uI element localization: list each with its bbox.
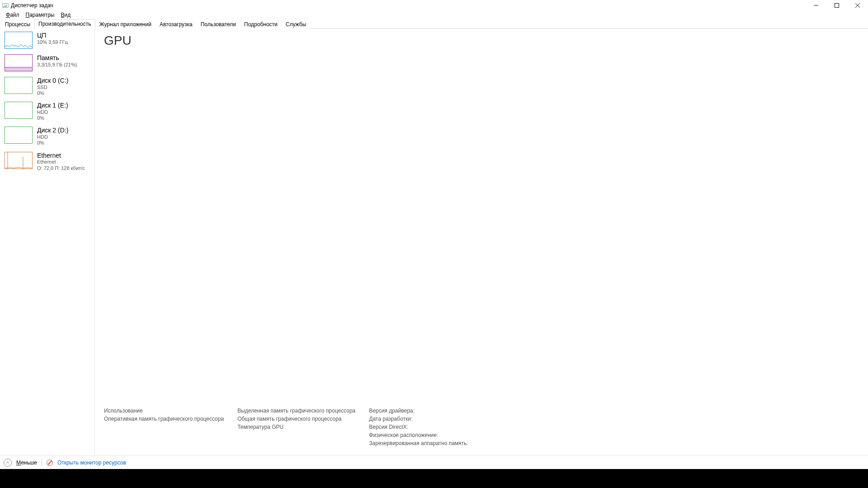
gpu-details: Использование Оперативная память графиче… <box>104 408 868 455</box>
app-icon <box>2 2 9 9</box>
detail-label: Использование <box>104 408 224 414</box>
detail-label: Оперативная память графического процессо… <box>104 416 224 422</box>
disk-thumb <box>5 102 33 119</box>
tab-details[interactable]: Подробности <box>240 20 282 29</box>
close-button[interactable] <box>847 0 868 10</box>
detail-label: Версия драйвера: <box>369 408 468 414</box>
disk-thumb <box>5 77 33 94</box>
sidebar-item-sub: HDD <box>37 109 68 115</box>
divider <box>42 459 42 466</box>
taskbar[interactable] <box>0 469 868 488</box>
gpu-graph-area <box>104 48 868 408</box>
sidebar-item-sub: 10% 3,59 ГГц <box>37 39 68 45</box>
svg-rect-1 <box>4 6 5 7</box>
sidebar-item-disk0[interactable]: Диск 0 (C:) SSD 0% <box>5 77 93 96</box>
tab-app-history[interactable]: Журнал приложений <box>95 20 156 29</box>
open-resource-monitor-link[interactable]: Открыть монитор ресурсов <box>57 460 126 466</box>
sidebar-item-sub: SSD <box>37 84 68 90</box>
sidebar-item-memory[interactable]: Память 3,3/15,9 ГБ (21%) <box>5 54 93 71</box>
performance-sidebar: ЦП 10% 3,59 ГГц Память 3,3/15,9 ГБ (21%) <box>0 29 95 455</box>
detail-label: Версия DirectX: <box>369 424 468 430</box>
detail-label: Физическое расположение: <box>369 432 468 438</box>
page-title: GPU <box>104 33 868 48</box>
tab-processes[interactable]: Процессы <box>1 20 34 29</box>
cpu-thumb <box>5 32 33 49</box>
menubar: Файл Параметры Вид <box>0 10 868 19</box>
sidebar-item-sub2: 0% <box>37 115 68 121</box>
sidebar-item-sub2: О: 72,0 П: 128 кбит/с <box>37 165 85 171</box>
main-pane: GPU Использование Оперативная память гра… <box>95 29 868 455</box>
sidebar-item-label: Ethernet <box>37 152 85 160</box>
sidebar-item-label: Память <box>37 54 77 62</box>
maximize-button[interactable] <box>826 0 847 10</box>
menu-view[interactable]: Вид <box>57 11 74 19</box>
sidebar-item-sub: Ethernet <box>37 159 85 165</box>
sidebar-item-sub2: 0% <box>37 90 68 96</box>
sidebar-item-label: Диск 1 (E:) <box>37 102 68 109</box>
menu-file[interactable]: Файл <box>3 11 23 19</box>
resource-monitor-icon <box>47 460 53 466</box>
minimize-button[interactable] <box>806 0 826 10</box>
sidebar-item-ethernet[interactable]: Ethernet Ethernet О: 72,0 П: 128 кбит/с <box>5 152 93 171</box>
tabstrip: Процессы Производительность Журнал прило… <box>0 19 868 29</box>
sidebar-item-cpu[interactable]: ЦП 10% 3,59 ГГц <box>5 32 93 49</box>
svg-rect-3 <box>6 5 7 7</box>
detail-label: Дата разработки: <box>369 416 468 422</box>
sidebar-item-sub2: 0% <box>37 140 68 146</box>
sidebar-item-label: Диск 2 (D:) <box>37 127 68 134</box>
sidebar-item-label: Диск 0 (C:) <box>37 77 68 84</box>
detail-label: Температура GPU <box>237 424 355 430</box>
titlebar: Диспетчер задач <box>0 0 868 10</box>
svg-rect-2 <box>5 5 5 7</box>
tab-startup[interactable]: Автозагрузка <box>156 20 197 29</box>
sidebar-item-sub: 3,3/15,9 ГБ (21%) <box>37 62 77 68</box>
memory-thumb <box>5 54 33 71</box>
svg-rect-8 <box>5 67 32 71</box>
detail-label: Выделенная память графического процессор… <box>237 408 355 414</box>
window-title: Диспетчер задач <box>11 2 53 9</box>
detail-label: Зарезервированная аппаратно память: <box>369 440 468 446</box>
fewer-details-button[interactable]: Меньше <box>16 460 37 466</box>
sidebar-item-disk1[interactable]: Диск 1 (E:) HDD 0% <box>5 102 93 121</box>
tab-performance[interactable]: Производительность <box>34 19 95 29</box>
sidebar-item-label: ЦП <box>37 32 68 39</box>
sidebar-item-sub: HDD <box>37 134 68 140</box>
menu-options[interactable]: Параметры <box>23 11 58 19</box>
sidebar-item-disk2[interactable]: Диск 2 (D:) HDD 0% <box>5 127 93 146</box>
svg-rect-5 <box>835 3 839 7</box>
collapse-icon[interactable] <box>4 459 12 467</box>
detail-label: Общая память графического процессора <box>237 416 355 422</box>
ethernet-thumb <box>5 152 33 169</box>
tab-users[interactable]: Пользователи <box>197 20 240 29</box>
tab-services[interactable]: Службы <box>282 20 310 29</box>
footer: Меньше Открыть монитор ресурсов <box>0 455 868 469</box>
disk-thumb <box>5 127 33 144</box>
